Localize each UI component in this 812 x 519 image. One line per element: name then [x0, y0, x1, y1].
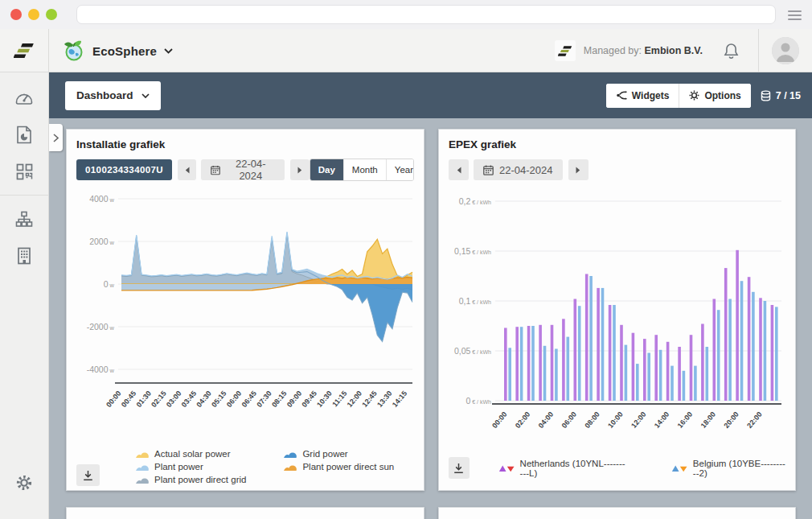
sidebar-item-reports[interactable]: [0, 116, 49, 153]
managed-by-logo: [555, 40, 576, 61]
next-date-button[interactable]: [290, 159, 309, 180]
svg-text:18:00: 18:00: [699, 410, 717, 430]
epex-next-date-button[interactable]: [568, 159, 588, 180]
epex-legend: Netherlands (10YNL----------L) Belgium (…: [498, 462, 785, 475]
device-id-button[interactable]: 0100234334007U: [76, 159, 172, 180]
widgets-button[interactable]: Widgets: [606, 84, 679, 108]
epex-chart: 0,2 € / kWh0,15 € / kWh0,1 € / kWh0,05 €…: [449, 185, 787, 452]
report-document-icon: [16, 126, 32, 144]
svg-text:-4000 w: -4000 w: [87, 365, 115, 374]
minimize-window-button[interactable]: [28, 9, 39, 20]
tab-month[interactable]: Month: [343, 159, 386, 180]
legend-item: Grid power: [283, 447, 394, 460]
sidebar-nav: [0, 72, 49, 519]
arrow-right-icon: [576, 167, 580, 174]
dashboard-dropdown-label: Dashboard: [76, 89, 133, 101]
svg-text:08:15: 08:15: [270, 389, 288, 409]
close-window-button[interactable]: [10, 9, 22, 20]
tab-day[interactable]: Day: [310, 159, 343, 180]
arrow-right-icon: [297, 167, 302, 174]
download-icon: [453, 463, 464, 474]
svg-text:4000 w: 4000 w: [89, 194, 114, 204]
installatie-panel: Installatie grafiek 0100234334007U 22-04…: [66, 129, 424, 491]
svg-text:12:45: 12:45: [360, 389, 378, 409]
download-chart-button[interactable]: [76, 464, 100, 486]
epex-panel-title: EPEX grafiek: [449, 138, 785, 150]
svg-text:06:00: 06:00: [225, 389, 243, 409]
dashboard-content: Installatie grafiek 0100234334007U 22-04…: [49, 118, 812, 519]
epex-prev-date-button[interactable]: [449, 159, 469, 180]
gear-icon: [689, 90, 699, 101]
svg-text:12:00: 12:00: [630, 410, 647, 430]
embion-mini-icon: [558, 44, 572, 58]
svg-text:2000 w: 2000 w: [89, 237, 114, 246]
browser-menu-icon[interactable]: [788, 10, 802, 23]
download-icon: [83, 470, 93, 481]
sidebar-item-settings[interactable]: [0, 464, 49, 501]
sitemap-icon: [15, 211, 33, 228]
sidebar-item-organization[interactable]: [0, 237, 49, 274]
partial-panel: [438, 507, 796, 519]
svg-text:-2000 w: -2000 w: [87, 322, 115, 332]
legend-item: Plant power direct sun: [283, 460, 394, 473]
embion-bars-icon: [14, 41, 35, 60]
notifications-bell-icon[interactable]: [724, 43, 739, 60]
svg-text:01:30: 01:30: [135, 389, 153, 409]
svg-text:07:30: 07:30: [255, 389, 273, 409]
prev-date-button[interactable]: [178, 159, 196, 180]
sidebar-item-widgets[interactable]: [0, 153, 49, 190]
sidebar-item-sitemap[interactable]: [0, 200, 49, 237]
grid-widgets-icon: [16, 163, 33, 180]
area-swatch-icon: [283, 450, 297, 459]
tab-year[interactable]: Year: [386, 159, 414, 180]
sidebar-expand-tab[interactable]: [49, 124, 63, 151]
svg-text:12:00: 12:00: [346, 389, 363, 409]
zoom-window-button[interactable]: [46, 9, 57, 20]
epex-date-picker-value: 22-04-2024: [499, 164, 553, 176]
sidebar-divider: [0, 195, 49, 196]
brand-name: EcoSphere: [92, 44, 157, 58]
user-avatar[interactable]: [772, 37, 799, 64]
options-button[interactable]: Options: [679, 84, 750, 108]
range-tabs: Day Month Year: [310, 159, 414, 181]
up-down-triangles-icon: [498, 463, 515, 473]
svg-text:16:00: 16:00: [676, 410, 694, 430]
legend-item: Netherlands (10YNL----------L): [498, 462, 626, 475]
area-swatch-icon: [283, 463, 297, 472]
settings-gear-icon: [15, 474, 33, 492]
svg-text:10:30: 10:30: [315, 389, 333, 409]
svg-text:0 € / kWh: 0 € / kWh: [465, 396, 491, 406]
building-icon: [16, 247, 32, 265]
dashboard-dropdown[interactable]: Dashboard: [65, 81, 161, 110]
legend-item: Plant power direct grid: [135, 473, 246, 486]
legend-item: Plant power: [135, 460, 246, 473]
chevron-down-icon: [141, 93, 150, 98]
app-header: EcoSphere Managed by: Embion B.V.: [0, 29, 812, 72]
url-bar[interactable]: [76, 5, 776, 24]
options-button-label: Options: [704, 90, 740, 101]
svg-text:00:00: 00:00: [105, 389, 122, 409]
sidebar-item-dashboard[interactable]: [0, 79, 49, 116]
browser-chrome: [0, 0, 812, 29]
svg-text:0 w: 0 w: [104, 279, 115, 289]
svg-text:00:00: 00:00: [490, 410, 508, 430]
chevron-down-icon: [164, 48, 173, 54]
svg-text:02:00: 02:00: [514, 410, 531, 430]
epex-date-picker-button[interactable]: 22-04-2024: [474, 159, 563, 180]
svg-text:0,1 € / kWh: 0,1 € / kWh: [459, 296, 491, 306]
svg-text:03:00: 03:00: [165, 389, 182, 409]
gauge-icon: [14, 89, 34, 106]
dashboard-toolbar: Dashboard Widgets: [49, 72, 812, 118]
ecosphere-globe-icon: [63, 39, 85, 62]
epex-download-chart-button[interactable]: [449, 457, 470, 479]
brand-menu[interactable]: EcoSphere: [63, 29, 173, 72]
date-picker-button[interactable]: 22-04-2024: [201, 159, 285, 180]
svg-text:22:00: 22:00: [745, 410, 763, 430]
embion-logo[interactable]: [0, 29, 49, 72]
chevron-right-icon: [53, 134, 59, 142]
calendar-icon: [483, 165, 494, 175]
svg-text:04:30: 04:30: [195, 389, 212, 409]
svg-text:20:00: 20:00: [722, 410, 740, 430]
widgets-button-label: Widgets: [632, 90, 670, 101]
svg-text:08:00: 08:00: [583, 410, 601, 430]
